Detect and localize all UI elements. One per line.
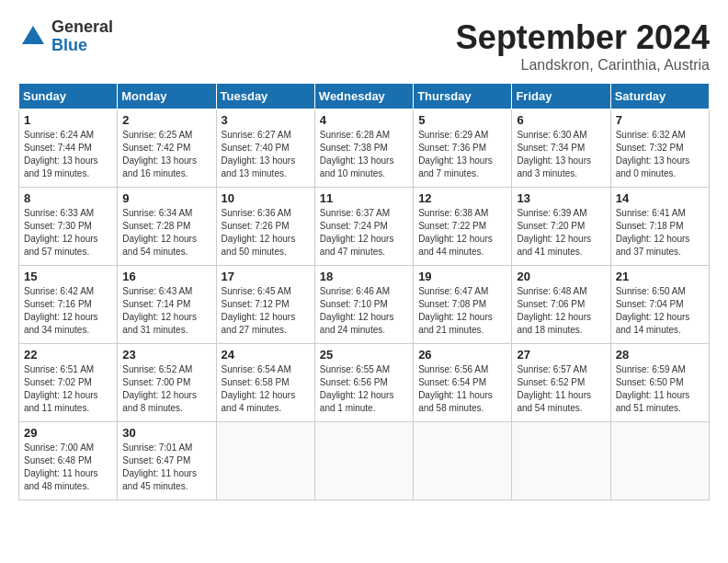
empty-cell-4 (512, 422, 610, 500)
day-4: 4 Sunrise: 6:28 AM Sunset: 7:38 PM Dayli… (314, 109, 413, 188)
empty-cell-2 (314, 422, 413, 500)
calendar-table: Sunday Monday Tuesday Wednesday Thursday… (18, 83, 710, 500)
week-row-5: 29 Sunrise: 7:00 AM Sunset: 6:48 PM Dayl… (19, 422, 710, 500)
header-thursday: Thursday (414, 84, 512, 109)
day-12: 12 Sunrise: 6:38 AM Sunset: 7:22 PM Dayl… (414, 188, 512, 266)
day-3: 3 Sunrise: 6:27 AM Sunset: 7:40 PM Dayli… (216, 109, 314, 188)
empty-cell-1 (216, 422, 314, 500)
day-10: 10 Sunrise: 6:36 AM Sunset: 7:26 PM Dayl… (216, 188, 314, 266)
logo-general: General (51, 18, 113, 37)
svg-marker-0 (22, 26, 44, 44)
day-26: 26 Sunrise: 6:56 AM Sunset: 6:54 PM Dayl… (414, 344, 512, 422)
header-sunday: Sunday (19, 84, 118, 109)
location-subtitle: Landskron, Carinthia, Austria (456, 57, 710, 74)
day-6: 6 Sunrise: 6:30 AM Sunset: 7:34 PM Dayli… (512, 109, 610, 188)
week-row-2: 8 Sunrise: 6:33 AM Sunset: 7:30 PM Dayli… (19, 188, 710, 266)
day-13: 13 Sunrise: 6:39 AM Sunset: 7:20 PM Dayl… (512, 188, 610, 266)
header-friday: Friday (512, 84, 610, 109)
day-22: 22 Sunrise: 6:51 AM Sunset: 7:02 PM Dayl… (19, 344, 118, 422)
calendar-header-row: Sunday Monday Tuesday Wednesday Thursday… (19, 84, 710, 109)
logo-blue: Blue (51, 37, 113, 55)
day-27: 27 Sunrise: 6:57 AM Sunset: 6:52 PM Dayl… (512, 344, 610, 422)
month-title: September 2024 (456, 18, 710, 57)
day-25: 25 Sunrise: 6:55 AM Sunset: 6:56 PM Dayl… (314, 344, 413, 422)
empty-cell-5 (610, 422, 709, 500)
day-11: 11 Sunrise: 6:37 AM Sunset: 7:24 PM Dayl… (314, 188, 413, 266)
day-21: 21 Sunrise: 6:50 AM Sunset: 7:04 PM Dayl… (610, 266, 709, 344)
day-23: 23 Sunrise: 6:52 AM Sunset: 7:00 PM Dayl… (118, 344, 216, 422)
page-header: General Blue September 2024 Landskron, C… (18, 18, 710, 74)
day-18: 18 Sunrise: 6:46 AM Sunset: 7:10 PM Dayl… (314, 266, 413, 344)
day-15: 15 Sunrise: 6:42 AM Sunset: 7:16 PM Dayl… (19, 266, 118, 344)
day-30: 30 Sunrise: 7:01 AM Sunset: 6:47 PM Dayl… (118, 422, 216, 500)
day-8: 8 Sunrise: 6:33 AM Sunset: 7:30 PM Dayli… (19, 188, 118, 266)
empty-cell-3 (414, 422, 512, 500)
logo: General Blue (18, 18, 113, 55)
header-saturday: Saturday (610, 84, 709, 109)
day-7: 7 Sunrise: 6:32 AM Sunset: 7:32 PM Dayli… (610, 109, 709, 188)
week-row-3: 15 Sunrise: 6:42 AM Sunset: 7:16 PM Dayl… (19, 266, 710, 344)
title-block: September 2024 Landskron, Carinthia, Aus… (456, 18, 710, 74)
day-19: 19 Sunrise: 6:47 AM Sunset: 7:08 PM Dayl… (414, 266, 512, 344)
header-wednesday: Wednesday (314, 84, 413, 109)
day-2: 2 Sunrise: 6:25 AM Sunset: 7:42 PM Dayli… (118, 109, 216, 188)
day-24: 24 Sunrise: 6:54 AM Sunset: 6:58 PM Dayl… (216, 344, 314, 422)
header-tuesday: Tuesday (216, 84, 314, 109)
day-28: 28 Sunrise: 6:59 AM Sunset: 6:50 PM Dayl… (610, 344, 709, 422)
logo-text: General Blue (51, 18, 113, 55)
week-row-1: 1 Sunrise: 6:24 AM Sunset: 7:44 PM Dayli… (19, 109, 710, 188)
day-17: 17 Sunrise: 6:45 AM Sunset: 7:12 PM Dayl… (216, 266, 314, 344)
day-29: 29 Sunrise: 7:00 AM Sunset: 6:48 PM Dayl… (19, 422, 118, 500)
day-14: 14 Sunrise: 6:41 AM Sunset: 7:18 PM Dayl… (610, 188, 709, 266)
day-20: 20 Sunrise: 6:48 AM Sunset: 7:06 PM Dayl… (512, 266, 610, 344)
day-1: 1 Sunrise: 6:24 AM Sunset: 7:44 PM Dayli… (19, 109, 118, 188)
day-5: 5 Sunrise: 6:29 AM Sunset: 7:36 PM Dayli… (414, 109, 512, 188)
logo-icon (18, 22, 48, 52)
header-monday: Monday (118, 84, 216, 109)
week-row-4: 22 Sunrise: 6:51 AM Sunset: 7:02 PM Dayl… (19, 344, 710, 422)
day-16: 16 Sunrise: 6:43 AM Sunset: 7:14 PM Dayl… (118, 266, 216, 344)
day-9: 9 Sunrise: 6:34 AM Sunset: 7:28 PM Dayli… (118, 188, 216, 266)
